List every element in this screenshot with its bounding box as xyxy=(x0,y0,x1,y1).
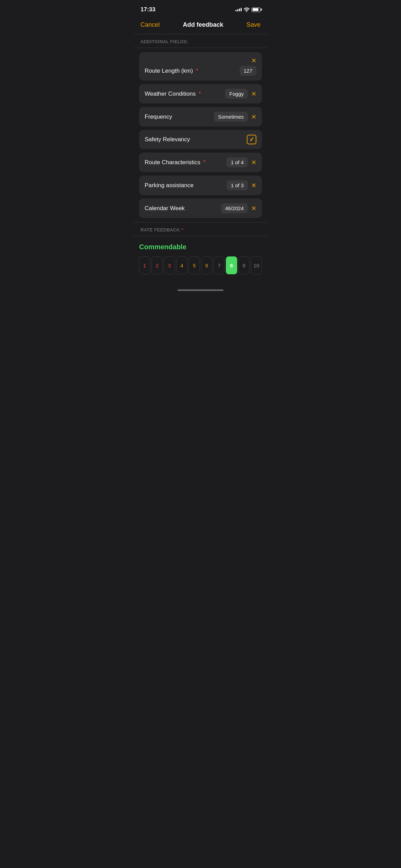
checkmark-icon: ✓ xyxy=(249,136,254,143)
required-indicator: * xyxy=(203,159,206,166)
field-card-safety: Safety Relevancy ✓ xyxy=(139,130,262,149)
rating-area: Commendable 12345678910 xyxy=(134,236,267,280)
wifi-icon xyxy=(244,8,250,12)
rating-cell-8[interactable]: 8 xyxy=(226,256,237,274)
parking-label: Parking assistance xyxy=(145,182,227,189)
signal-icon xyxy=(235,8,242,11)
weather-value[interactable]: Foggy xyxy=(225,89,248,99)
status-icons xyxy=(235,8,260,12)
frequency-clear-button[interactable]: ✕ xyxy=(251,113,256,121)
calendar-value[interactable]: 46/2024 xyxy=(221,203,248,213)
calendar-label: Calendar Week xyxy=(145,205,221,212)
weather-label: Weather Conditions * xyxy=(145,91,225,97)
field-row: Parking assistance 1 of 3 ✕ xyxy=(145,180,256,190)
rating-cell-3[interactable]: 3 xyxy=(164,256,175,274)
route-characteristics-value[interactable]: 1 of 4 xyxy=(227,157,248,167)
field-row: Weather Conditions * Foggy ✕ xyxy=(145,89,256,99)
route-characteristics-clear-button[interactable]: ✕ xyxy=(251,159,256,166)
status-time: 17:33 xyxy=(141,6,155,13)
field-card-route-characteristics: Route Characteristics * 1 of 4 ✕ xyxy=(139,153,262,172)
rating-label: Commendable xyxy=(139,243,262,251)
required-indicator: * xyxy=(196,68,198,74)
cancel-button[interactable]: Cancel xyxy=(141,21,160,28)
field-top-row: ✕ xyxy=(145,57,256,64)
rate-feedback-header: RATE FEEDBACK:* xyxy=(134,222,267,236)
rating-cell-10[interactable]: 10 xyxy=(251,256,262,274)
safety-label: Safety Relevancy xyxy=(145,136,247,143)
home-indicator xyxy=(134,287,267,293)
save-button[interactable]: Save xyxy=(246,21,260,28)
nav-bar: Cancel Add feedback Save xyxy=(134,17,267,34)
field-card-frequency: Frequency Sometimes ✕ xyxy=(139,107,262,126)
required-indicator: * xyxy=(199,91,201,97)
frequency-label: Frequency xyxy=(145,113,214,120)
rating-cell-1[interactable]: 1 xyxy=(139,256,150,274)
field-row: Frequency Sometimes ✕ xyxy=(145,112,256,122)
field-card-parking: Parking assistance 1 of 3 ✕ xyxy=(139,176,262,195)
page-title: Add feedback xyxy=(183,21,223,28)
route-length-value[interactable]: 127 xyxy=(240,66,256,76)
parking-clear-button[interactable]: ✕ xyxy=(251,182,256,189)
fields-container: ✕ Route Length (km) * 127 Weather Condit… xyxy=(134,48,267,222)
field-row: Calendar Week 46/2024 ✕ xyxy=(145,203,256,213)
rating-cell-4[interactable]: 4 xyxy=(177,256,187,274)
field-card-route-length: ✕ Route Length (km) * 127 xyxy=(139,52,262,81)
route-length-label: Route Length (km) * xyxy=(145,68,240,74)
safety-checkbox[interactable]: ✓ xyxy=(247,135,256,144)
calendar-clear-button[interactable]: ✕ xyxy=(251,205,256,212)
field-card-calendar: Calendar Week 46/2024 ✕ xyxy=(139,198,262,218)
field-row: Safety Relevancy ✓ xyxy=(145,135,256,144)
rating-cell-9[interactable]: 9 xyxy=(239,256,250,274)
home-indicator-bar xyxy=(178,289,223,291)
rating-cell-6[interactable]: 6 xyxy=(201,256,212,274)
status-bar: 17:33 xyxy=(134,0,267,17)
rate-required-star: * xyxy=(182,227,184,232)
rating-cell-5[interactable]: 5 xyxy=(189,256,200,274)
route-length-clear-button[interactable]: ✕ xyxy=(251,57,256,64)
rating-scale: 12345678910 xyxy=(139,256,262,274)
field-row: Route Characteristics * 1 of 4 ✕ xyxy=(145,157,256,167)
additional-fields-header: ADDITIONAL FIELDS: xyxy=(134,34,267,48)
parking-value[interactable]: 1 of 3 xyxy=(227,180,248,190)
weather-clear-button[interactable]: ✕ xyxy=(251,90,256,98)
field-bottom-row: Route Length (km) * 127 xyxy=(145,66,256,76)
rating-cell-2[interactable]: 2 xyxy=(151,256,162,274)
field-card-weather: Weather Conditions * Foggy ✕ xyxy=(139,84,262,104)
rating-cell-7[interactable]: 7 xyxy=(214,256,224,274)
battery-icon xyxy=(252,8,260,12)
frequency-value[interactable]: Sometimes xyxy=(214,112,248,122)
route-characteristics-label: Route Characteristics * xyxy=(145,159,227,166)
